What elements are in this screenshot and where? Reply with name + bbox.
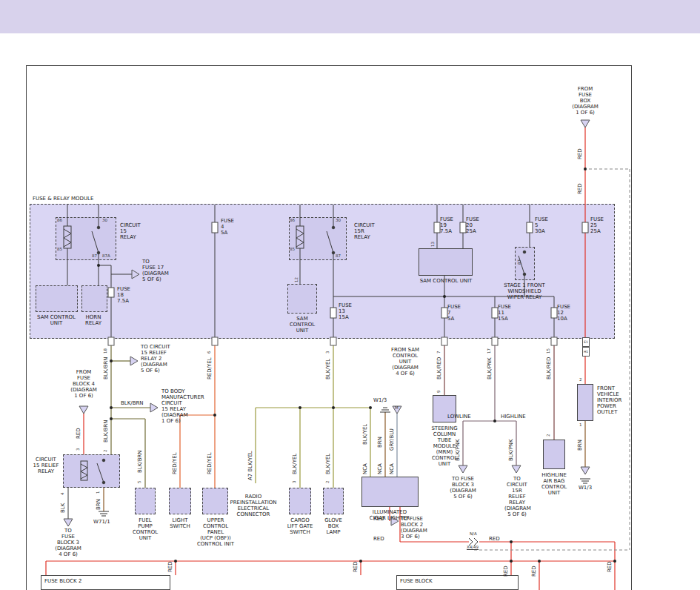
pin-box-e1: E1 bbox=[582, 337, 590, 347]
glove-pin2: 2 bbox=[325, 481, 330, 484]
wire-label-blkyel-3: BLK/YEL bbox=[325, 454, 331, 474]
fuse19-label: FUSE 19 7.5A bbox=[440, 216, 453, 234]
relay1-pin85: 85 bbox=[57, 247, 62, 251]
wire-label-brn-2: BRN bbox=[377, 437, 383, 448]
to-fuse17-label: TO FUSE 17 (DIAGRAM 5 OF 6) bbox=[142, 259, 169, 282]
wire-label-blkbrn-2: BLK/BRN bbox=[103, 420, 109, 442]
fuse12-label: FUSE 12 10A bbox=[557, 304, 570, 322]
relief-pin4: 4 bbox=[60, 493, 64, 496]
fuel-pump-label: FUEL PUMP CONTROL UNIT bbox=[131, 517, 159, 541]
module-title: FUSE & RELAY MODULE bbox=[33, 196, 93, 202]
wire-label-blkyel-4: BLK/YEL bbox=[362, 424, 368, 445]
wire-label-red-b2: RED bbox=[353, 561, 359, 572]
exit-pin15: 15 bbox=[546, 348, 550, 354]
red-label-h2: RED bbox=[373, 536, 384, 542]
highline-label: HIGHLINE bbox=[501, 414, 526, 420]
wire-label-gryblu: GRY/BLU bbox=[389, 428, 395, 451]
wire-label-blkpnk-1: BLK/PNK bbox=[487, 357, 493, 379]
from-fuse-block4-label: FROM FUSE BLOCK 4 (DIAGRAM 1 OF 6) bbox=[68, 369, 99, 399]
exit-pin18: 18 bbox=[103, 348, 107, 354]
ucp-label: UPPER CONTROL PANEL (UCP (OBF)) CONTROL … bbox=[194, 517, 237, 547]
airbag-label: HIGHLINE AIR BAG CONTROL UNIT bbox=[536, 472, 572, 496]
relay1-pin86: 86 bbox=[57, 218, 62, 222]
wire-label-red-b5: RED bbox=[607, 561, 613, 572]
red-label-h1: RED bbox=[373, 516, 384, 522]
fuse13-label: FUSE 13 15A bbox=[339, 302, 352, 320]
wiper-pin87: 87 bbox=[517, 259, 521, 265]
relief-pin3: 3 bbox=[76, 448, 80, 451]
relay2-pin85: 85 bbox=[290, 247, 295, 251]
ground-w711-label: W71/1 bbox=[93, 519, 110, 525]
wire-label-nca-3: NCA bbox=[389, 463, 395, 474]
from-fuse-box-label: FROM FUSE BOX (DIAGRAM 1 OF 6) bbox=[569, 86, 601, 116]
wire-label-nca-1: NCA bbox=[362, 463, 368, 474]
wire-label-red-top2: RED bbox=[577, 183, 583, 194]
wire-label-blkyel-2: BLK/YEL bbox=[292, 454, 298, 474]
wire-label-redyel-2: RED/YEL bbox=[172, 452, 178, 474]
wire-label-blkyel-1: BLK/YEL bbox=[325, 359, 331, 379]
light-switch-label: LIGHT SWITCH bbox=[164, 517, 196, 529]
wire-label-blk: BLK bbox=[60, 503, 66, 513]
fuse4-label: FUSE 4 5A bbox=[221, 218, 234, 236]
pin-box-symbols bbox=[108, 337, 557, 345]
sam-mid-pin12: 12 bbox=[294, 277, 299, 282]
wire-label-blkbrn-1: BLK/BRN bbox=[103, 357, 109, 379]
outlet-pin1: 1 bbox=[579, 422, 582, 427]
relay2-label: CIRCUIT 15R RELAY bbox=[354, 222, 375, 240]
wire-label-red-relief: RED bbox=[76, 428, 81, 439]
relay1-pin87a: 87A bbox=[102, 253, 110, 258]
wire-label-blkred-2: BLK/RED bbox=[546, 357, 552, 379]
to-fuse-block3-4-label: TO FUSE BLOCK 3 (DIAGRAM 4 OF 6) bbox=[55, 528, 81, 557]
sam-right-pin13: 13 bbox=[430, 242, 435, 247]
ground-w13-bottom-label: W1/3 bbox=[575, 485, 596, 491]
to-body-mfr-label: TO BODY MANUFACTURER CIRCUIT 15 RELAY (D… bbox=[161, 388, 204, 424]
screenshot: Fig 2: Power Distribution Circuit (2 of … bbox=[0, 0, 700, 590]
from-sam-label: FROM SAM CONTROL UNIT (DIAGRAM 4 OF 6) bbox=[388, 347, 422, 377]
wire-label-red-top1: RED bbox=[577, 148, 583, 159]
exit-pin6: 6 bbox=[207, 351, 211, 354]
relay2-pin86: 86 bbox=[290, 218, 295, 222]
relay2-pin87: 87 bbox=[336, 253, 341, 258]
fuse7-label: FUSE 7 5A bbox=[447, 304, 461, 322]
wire-label-blkbrn-3: BLK/BRN bbox=[137, 450, 143, 473]
relief-relay-label: CIRCUIT 15 RELIEF RELAY bbox=[30, 457, 62, 474]
relay2-pin30: 30 bbox=[336, 218, 341, 222]
wire-label-brn-3: BRN bbox=[577, 440, 583, 451]
pin-box-h1: H1 bbox=[582, 347, 590, 357]
cargo-pin3: 3 bbox=[292, 481, 296, 484]
fuel-pin5: 5 bbox=[137, 481, 141, 484]
lowline-label: LOWLINE bbox=[447, 414, 471, 420]
wire-label-blkpnk-3: BLK/PNK bbox=[508, 439, 514, 461]
fuse-block2-label: FUSE BLOCK 2 bbox=[44, 578, 81, 584]
wiper-label: STAGE 1 FRONT WINDSHIELD WIPER RELAY bbox=[489, 282, 560, 300]
fuse-block-label: FUSE BLOCK bbox=[400, 578, 433, 584]
fuse11-label: FUSE 11 15A bbox=[498, 304, 511, 322]
cargo-label: CARGO LIFT GATE SWITCH bbox=[283, 517, 317, 535]
wire-label-redyel-1: RED/YEL bbox=[207, 357, 213, 379]
wire-label-redyel-3: RED/YEL bbox=[207, 452, 213, 474]
red-label-h3: RED bbox=[489, 536, 500, 542]
relay1-pin87: 87 bbox=[92, 253, 97, 258]
blkbrn-horizontal-label: BLK/BRN bbox=[121, 400, 144, 406]
sam-right-label: SAM CONTROL UNIT bbox=[412, 278, 480, 284]
fuse5-label: FUSE 5 30A bbox=[535, 216, 548, 234]
wire-label-blkred-1: BLK/RED bbox=[436, 357, 442, 379]
relief-pin2: 2 bbox=[103, 450, 107, 453]
airbag-pin2: 2 bbox=[546, 434, 550, 437]
wire-label-nca-2: NCA bbox=[377, 463, 383, 474]
exit-pin17: 17 bbox=[487, 348, 491, 354]
glove-label: GLOVE BOX LAMP bbox=[319, 517, 347, 535]
exit-pin3: 3 bbox=[325, 351, 330, 354]
to-fuse-block3-5-label: TO FUSE BLOCK 3 (DIAGRAM 5 OF 6) bbox=[449, 476, 477, 500]
to-relief2-label: TO CIRCUIT 15 RELIEF RELAY 2 (DIAGRAM 5 … bbox=[141, 344, 170, 374]
header-bar bbox=[0, 0, 700, 33]
wire-label-red-b4: RED bbox=[531, 566, 537, 577]
outlet-label: FRONT VEHICLE INTERIOR POWER OUTLET bbox=[597, 385, 621, 415]
relay1-pin30: 30 bbox=[102, 218, 107, 222]
mrm-pin9: 9 bbox=[436, 391, 441, 394]
x449-label: X4/49 bbox=[467, 545, 479, 549]
sam-left-label: SAM CONTROL UNIT bbox=[33, 314, 79, 326]
fuse25-label: FUSE 25 25A bbox=[590, 216, 604, 234]
wire-label-red-b3: RED bbox=[503, 566, 509, 577]
fuse18-label: FUSE 18 7.5A bbox=[117, 286, 130, 304]
